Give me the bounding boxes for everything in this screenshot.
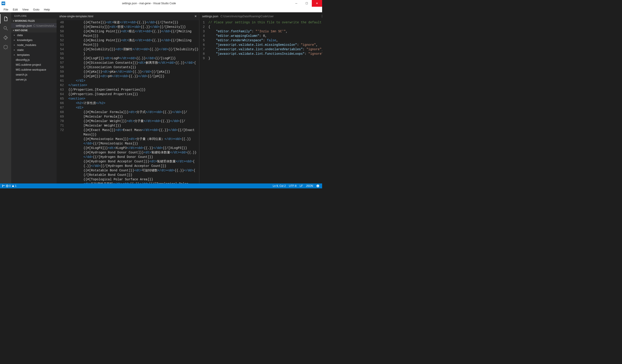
menu-help[interactable]: Help <box>42 7 52 12</box>
git-branch-icon[interactable] <box>2 184 5 187</box>
file-path: C:\Users\Invis\A... <box>33 24 57 27</box>
encoding[interactable]: UTF-8 <box>289 184 296 187</box>
project-header[interactable]: ▾ MAT-GENE <box>11 28 57 33</box>
editor-left: show-single-template.html ✕ 484950515253… <box>57 12 199 183</box>
working-files-header[interactable]: ▾ WORKING FILES <box>11 18 57 23</box>
folder-item[interactable]: ▸node_modules <box>11 42 57 47</box>
git-icon[interactable] <box>0 33 11 42</box>
file-name: settings.json <box>16 24 32 27</box>
language-mode[interactable]: JSON <box>306 184 313 187</box>
search-icon[interactable] <box>0 23 11 33</box>
file-item[interactable]: MG.sublime-workspace <box>11 67 57 72</box>
chevron-down-icon: ▾ <box>13 29 14 31</box>
folder-item[interactable]: ▸templates <box>11 52 57 57</box>
folder-item[interactable]: ▸knowledges <box>11 37 57 42</box>
status-left: 0 1 <box>0 184 16 187</box>
main-area: EXPLORE ▾ WORKING FILES settings.json C:… <box>0 12 322 183</box>
explorer-icon[interactable] <box>0 14 11 23</box>
chevron-right-icon: ▸ <box>14 49 16 51</box>
file-item[interactable]: search.js <box>11 72 57 77</box>
warnings-count[interactable]: 1 <box>12 184 17 187</box>
tab-actions: ✕ <box>322 14 322 18</box>
working-file-item[interactable]: settings.json C:\Users\Invis\A... <box>11 23 57 28</box>
cursor-position[interactable]: Ln 9, Col 2 <box>273 184 286 187</box>
window-title: settings.json - mat-gene - Visual Studio… <box>7 2 291 5</box>
svg-point-12 <box>2 186 3 187</box>
close-button[interactable]: ✕ <box>312 0 322 7</box>
window-controls: ─ ☐ ✕ <box>291 0 322 7</box>
folder-item[interactable]: ▸static <box>11 47 57 52</box>
menu-file[interactable]: File <box>1 7 11 12</box>
chevron-right-icon: ▸ <box>14 34 16 36</box>
working-files-label: WORKING FILES <box>15 19 35 22</box>
menubar: File Edit View Goto Help <box>0 7 322 12</box>
code-left[interactable]: {{#[Taste]}}<dt>味道</dt><dd>{{.}}</dd>{{/… <box>67 20 199 183</box>
file-item[interactable]: dbconfig.js <box>11 57 57 62</box>
gutter-left: 4849505152535455565758596061626364656667… <box>57 20 67 183</box>
app-icon <box>0 1 7 5</box>
chevron-right-icon: ▸ <box>14 39 16 41</box>
status-right: Ln 9, Col 2 UTF-8 LF JSON <box>273 184 322 187</box>
code-area-left[interactable]: 4849505152535455565758596061626364656667… <box>57 20 199 183</box>
chevron-right-icon: ▸ <box>14 44 16 46</box>
menu-view[interactable]: View <box>20 7 31 12</box>
project-label: MAT-GENE <box>15 29 28 32</box>
tab-left[interactable]: show-single-template.html <box>59 15 93 18</box>
svg-point-4 <box>5 38 6 39</box>
svg-point-3 <box>5 36 6 37</box>
feedback-icon[interactable] <box>316 184 319 187</box>
gutter-right: 123456789 <box>199 20 207 183</box>
tab-bar-right: settings.json C:\Users\Invis\AppData\Roa… <box>199 12 322 20</box>
folder-item[interactable]: ▸data <box>11 33 57 37</box>
titlebar: settings.json - mat-gene - Visual Studio… <box>0 0 322 7</box>
svg-point-5 <box>6 37 7 38</box>
svg-point-17 <box>316 184 319 187</box>
code-area-right[interactable]: 123456789 // Place your settings in this… <box>199 20 322 183</box>
svg-point-19 <box>318 185 318 186</box>
sidebar-title: EXPLORE <box>11 12 57 18</box>
menu-goto[interactable]: Goto <box>31 7 41 12</box>
sidebar: EXPLORE ▾ WORKING FILES settings.json C:… <box>11 12 57 183</box>
file-item[interactable]: server.js <box>11 77 57 82</box>
chevron-down-icon: ▾ <box>13 20 14 22</box>
editor-right: settings.json C:\Users\Invis\AppData\Roa… <box>199 12 322 183</box>
tab-bar-left: show-single-template.html ✕ <box>57 12 199 20</box>
tab-right[interactable]: settings.json C:\Users\Invis\AppData\Roa… <box>202 15 274 18</box>
svg-line-2 <box>6 29 8 30</box>
close-tab-icon[interactable]: ✕ <box>194 15 197 18</box>
split-editor-icon[interactable] <box>322 14 322 18</box>
statusbar: 0 1 Ln 9, Col 2 UTF-8 LF JSON <box>0 183 322 188</box>
code-right[interactable]: // Place your settings in this file to o… <box>207 20 322 183</box>
errors-count[interactable]: 0 <box>6 184 11 187</box>
debug-icon[interactable] <box>0 42 11 52</box>
svg-point-18 <box>317 185 318 186</box>
editor-group: show-single-template.html ✕ 484950515253… <box>57 12 322 183</box>
minimize-button[interactable]: ─ <box>291 0 301 7</box>
file-item[interactable]: MG.sublime-project <box>11 62 57 67</box>
svg-point-6 <box>4 45 7 49</box>
svg-point-11 <box>2 185 3 186</box>
activitybar <box>0 12 11 183</box>
svg-point-1 <box>4 26 6 29</box>
menu-edit[interactable]: Edit <box>11 7 20 12</box>
eol[interactable]: LF <box>300 184 303 187</box>
maximize-button[interactable]: ☐ <box>301 0 312 7</box>
chevron-right-icon: ▸ <box>14 54 16 56</box>
